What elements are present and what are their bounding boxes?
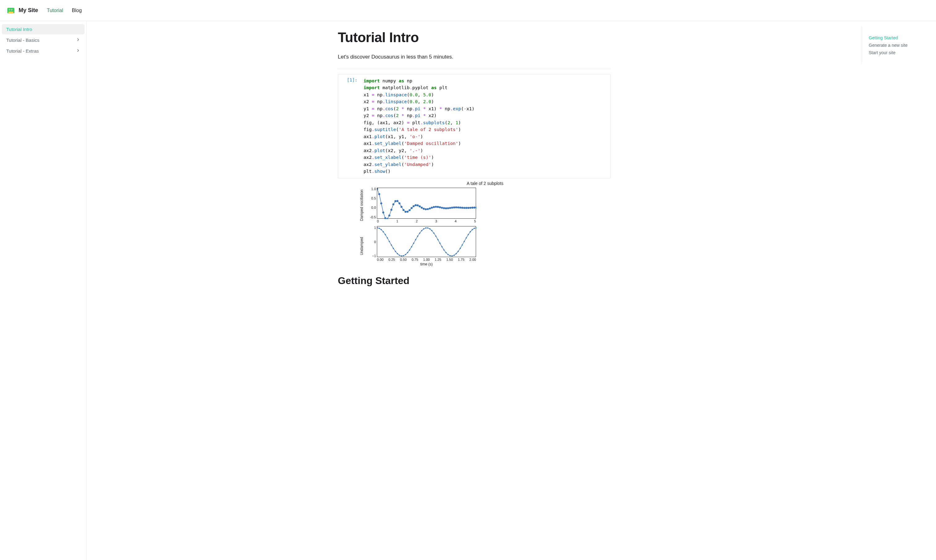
svg-point-13 xyxy=(390,209,392,211)
svg-point-84 xyxy=(433,232,435,234)
svg-point-7 xyxy=(378,193,380,195)
svg-point-83 xyxy=(431,230,432,231)
sidebar-item-tutorial-intro[interactable]: Tutorial Intro xyxy=(2,24,85,34)
plot2-ylabel: Undamped xyxy=(359,237,364,255)
svg-point-54 xyxy=(473,206,475,208)
sidebar: Tutorial Intro Tutorial - Basics Tutoria… xyxy=(0,21,87,560)
svg-point-46 xyxy=(457,206,459,208)
plot1-svg xyxy=(377,188,476,219)
svg-point-14 xyxy=(392,203,394,205)
svg-point-6 xyxy=(377,188,378,190)
sidebar-item-tutorial-basics[interactable]: Tutorial - Basics xyxy=(2,35,85,45)
svg-point-42 xyxy=(449,207,451,209)
svg-point-60 xyxy=(385,234,386,235)
svg-point-50 xyxy=(465,207,467,209)
svg-point-77 xyxy=(419,232,420,234)
svg-point-40 xyxy=(445,207,447,209)
svg-point-100 xyxy=(466,237,467,238)
svg-point-87 xyxy=(439,243,440,244)
plot2-axes: −101 xyxy=(377,226,476,257)
svg-point-92 xyxy=(449,255,451,256)
svg-point-51 xyxy=(467,207,469,209)
plot1-ylabel: Damped oscillation xyxy=(359,189,364,221)
toc-item-start[interactable]: Start your site xyxy=(866,49,932,56)
toc-item-generate[interactable]: Generate a new site xyxy=(866,42,932,49)
svg-point-31 xyxy=(427,208,429,210)
logo-icon xyxy=(6,6,15,15)
svg-point-35 xyxy=(435,206,437,208)
svg-point-79 xyxy=(423,228,424,229)
cell-prompt: [1]: xyxy=(338,74,360,178)
toc-item-getting-started[interactable]: Getting Started xyxy=(866,34,932,42)
svg-point-67 xyxy=(399,255,400,256)
site-title: My Site xyxy=(19,7,38,14)
svg-point-37 xyxy=(439,206,441,208)
svg-point-16 xyxy=(396,200,398,202)
svg-point-70 xyxy=(405,254,406,255)
svg-point-69 xyxy=(403,255,404,256)
chevron-right-icon xyxy=(76,37,80,43)
svg-point-15 xyxy=(395,200,396,202)
svg-point-66 xyxy=(397,253,398,254)
svg-point-98 xyxy=(461,245,463,246)
svg-point-24 xyxy=(413,205,414,207)
main-content: Tutorial Intro Let's discover Docusaurus… xyxy=(325,21,623,560)
svg-point-103 xyxy=(472,229,473,230)
sidebar-item-tutorial-extras[interactable]: Tutorial - Extras xyxy=(2,46,85,56)
svg-point-78 xyxy=(421,230,423,231)
nav-link-tutorial[interactable]: Tutorial xyxy=(47,8,63,13)
code-body[interactable]: import numpy as npimport matplotlib.pypl… xyxy=(360,74,610,178)
svg-point-76 xyxy=(417,235,418,237)
svg-point-33 xyxy=(431,206,433,208)
svg-point-21 xyxy=(407,211,409,212)
svg-point-62 xyxy=(389,241,390,242)
svg-point-95 xyxy=(456,253,457,254)
svg-point-105 xyxy=(476,227,476,228)
brand[interactable]: My Site xyxy=(6,6,38,15)
svg-point-74 xyxy=(413,243,414,244)
svg-point-5 xyxy=(11,9,12,10)
svg-point-34 xyxy=(433,206,435,208)
svg-point-52 xyxy=(469,206,471,208)
svg-point-23 xyxy=(411,207,413,209)
svg-point-8 xyxy=(380,202,382,204)
svg-point-90 xyxy=(446,252,447,253)
svg-point-57 xyxy=(379,228,380,229)
svg-point-36 xyxy=(437,206,439,208)
svg-point-80 xyxy=(425,227,427,228)
svg-point-58 xyxy=(381,229,382,230)
svg-point-47 xyxy=(460,206,461,208)
svg-point-82 xyxy=(429,228,430,229)
svg-point-99 xyxy=(464,241,465,242)
plot2-svg xyxy=(377,226,476,257)
svg-point-73 xyxy=(411,246,412,247)
svg-point-63 xyxy=(391,245,392,246)
svg-point-39 xyxy=(443,207,445,209)
sidebar-item-label: Tutorial - Basics xyxy=(6,37,39,43)
plot1-axes: -0.50.00.51.0 xyxy=(377,188,476,218)
svg-point-88 xyxy=(441,246,443,247)
svg-point-94 xyxy=(453,255,455,256)
svg-point-20 xyxy=(404,211,406,212)
svg-point-3 xyxy=(9,9,10,10)
heading-getting-started: Getting Started xyxy=(338,275,611,286)
svg-point-17 xyxy=(399,202,401,204)
svg-point-97 xyxy=(460,248,461,249)
nav-link-blog[interactable]: Blog xyxy=(72,8,82,13)
nav-links: Tutorial Blog xyxy=(47,8,82,13)
plot-output: A tale of 2 subplots Damped oscillation … xyxy=(359,181,611,266)
svg-point-49 xyxy=(463,207,465,209)
svg-point-32 xyxy=(429,207,431,209)
svg-point-96 xyxy=(458,251,459,252)
page-lead: Let's discover Docusaurus in less than 5… xyxy=(338,54,611,60)
sidebar-item-label: Tutorial - Extras xyxy=(6,48,39,54)
chevron-right-icon xyxy=(76,48,80,54)
svg-point-72 xyxy=(409,249,410,251)
svg-rect-1 xyxy=(8,11,13,13)
toc: Getting Started Generate a new site Star… xyxy=(862,27,936,64)
svg-point-9 xyxy=(382,211,384,213)
svg-point-65 xyxy=(395,251,396,252)
svg-point-102 xyxy=(470,231,471,232)
sidebar-item-label: Tutorial Intro xyxy=(6,27,32,32)
svg-point-45 xyxy=(455,206,457,208)
